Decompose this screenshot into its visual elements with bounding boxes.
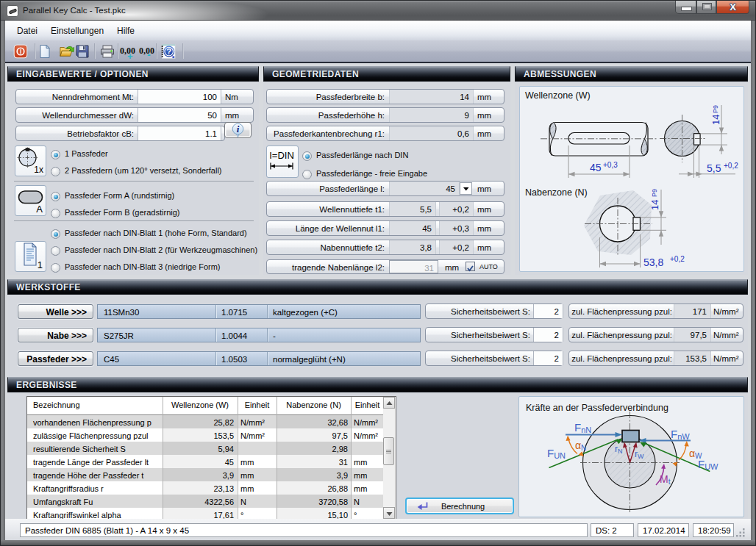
svg-text:53,8: 53,8 [643,256,663,268]
svg-text:+0,3: +0,3 [603,161,618,169]
svg-text:?: ? [166,47,171,56]
svg-text:FUN: FUN [547,447,566,460]
svg-text:αW: αW [689,448,702,460]
svg-text:5,5: 5,5 [707,162,721,174]
svg-text:45: 45 [590,162,602,173]
svg-text:I=DIN: I=DIN [269,150,294,161]
svg-text:Kräfte an der Passfederverbind: Kräfte an der Passfederverbindung [526,403,668,413]
svg-text:14: 14 [649,200,660,210]
svg-text:P9: P9 [651,189,658,197]
svg-text:i: i [237,123,240,134]
svg-text:+0,2: +0,2 [724,162,738,170]
svg-text:Nabenzone (N): Nabenzone (N) [525,187,588,198]
svg-text:FnN: FnN [574,421,591,434]
svg-text:FnW: FnW [671,428,690,441]
svg-text:14: 14 [710,115,721,125]
svg-text:+0,2: +0,2 [670,255,685,263]
svg-text:Wellenzone (W): Wellenzone (W) [525,90,591,101]
svg-text:P9: P9 [712,105,719,113]
svg-text:αN: αN [575,439,586,452]
